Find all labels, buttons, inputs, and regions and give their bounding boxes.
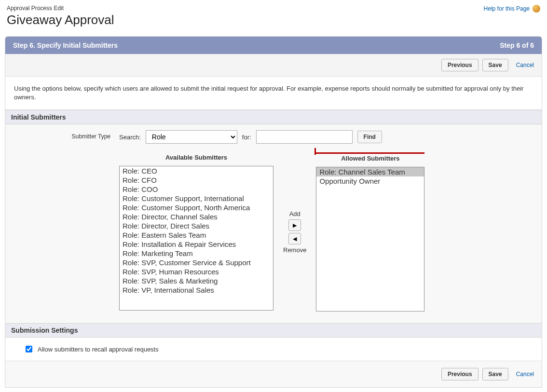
list-item[interactable]: Role: Customer Support, North America [120,203,273,212]
page-header: Approval Process Edit Giveaway Approval … [5,5,542,27]
help-link-text: Help for this Page [484,5,530,12]
previous-button[interactable]: Previous [441,59,479,71]
search-label: Search: [119,134,141,141]
list-item[interactable]: Role: SVP, Human Resources [120,267,273,276]
find-button[interactable]: Find [357,131,382,143]
arrow-right-icon: ▶ [293,222,297,229]
step-title: Step 6. Specify Initial Submitters [13,41,118,49]
save-button[interactable]: Save [482,59,508,71]
list-item[interactable]: Opportunity Owner [316,176,424,186]
list-item[interactable]: Role: Director, Direct Sales [120,221,273,230]
step-header: Step 6. Specify Initial Submitters Step … [5,37,542,54]
help-icon [533,5,540,13]
list-item[interactable]: Role: SVP, Customer Service & Support [120,258,273,267]
initial-submitters-body: Submitter Type Search: Role for: Find Av… [5,124,542,323]
allowed-listbox[interactable]: Role: Channel Sales TeamOpportunity Owne… [316,167,424,311]
available-title: Available Submitters [165,154,227,161]
for-label: for: [242,134,251,141]
page-title: Giveaway Approval [7,13,114,27]
wizard-panel: Step 6. Specify Initial Submitters Step … [5,36,542,388]
page-subtitle: Approval Process Edit [7,5,114,12]
list-item[interactable]: Role: VP, International Sales [120,285,273,295]
button-bar-top: Previous Save Cancel [5,54,542,77]
submission-settings-body: Allow submitters to recall approval requ… [5,338,542,361]
arrow-left-icon: ◀ [293,236,297,242]
list-item[interactable]: Role: Eastern Sales Team [120,230,273,240]
previous-button-bottom[interactable]: Previous [441,368,479,380]
help-link[interactable]: Help for this Page [484,5,540,13]
cancel-link-bottom[interactable]: Cancel [516,371,534,378]
list-item[interactable]: Role: Channel Sales Team [316,167,424,176]
button-bar-bottom: Previous Save Cancel [5,361,542,387]
list-item[interactable]: Role: Customer Support, International [120,194,273,203]
add-button[interactable]: ▶ [288,219,301,231]
add-label: Add [289,210,301,217]
search-type-select[interactable]: Role [146,130,237,144]
section-initial-submitters: Initial Submitters [5,110,542,124]
list-item[interactable]: Role: CFO [120,176,273,185]
instructions-text: Using the options below, specify which u… [5,77,542,110]
duelling-picklist: Available Submitters Role: CEORole: CFOR… [119,152,533,311]
section-submission-settings: Submission Settings [5,323,542,338]
list-item[interactable]: Role: SVP, Sales & Marketing [120,276,273,285]
cancel-link[interactable]: Cancel [516,62,534,68]
recall-label: Allow submitters to recall approval requ… [38,346,159,353]
remove-button[interactable]: ◀ [288,233,301,244]
step-counter: Step 6 of 6 [500,41,534,49]
allowed-title: Allowed Submitters [316,155,424,162]
save-button-bottom[interactable]: Save [482,368,508,380]
recall-checkbox[interactable] [26,346,32,352]
submitter-type-label: Submitter Type [14,130,110,140]
list-item[interactable]: Role: Marketing Team [120,249,273,258]
list-item[interactable]: Role: Director, Channel Sales [120,212,273,221]
list-item[interactable]: Role: COO [120,185,273,194]
remove-label: Remove [283,246,306,254]
list-item[interactable]: Role: Installation & Repair Services [120,240,273,249]
search-for-input[interactable] [256,130,353,144]
list-item[interactable]: Role: CEO [120,166,273,176]
available-listbox[interactable]: Role: CEORole: CFORole: COORole: Custome… [119,166,274,311]
recall-checkbox-row[interactable]: Allow submitters to recall approval requ… [24,344,523,354]
